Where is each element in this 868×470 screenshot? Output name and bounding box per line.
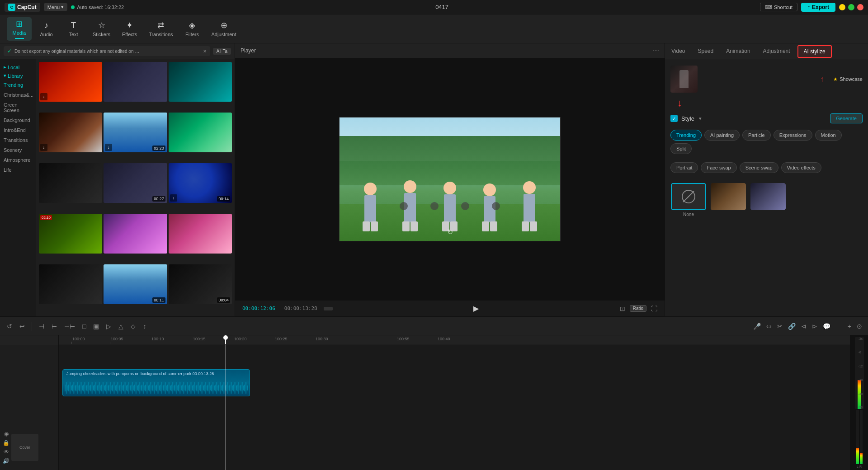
tl-split-start[interactable]: ⊣ (37, 321, 47, 331)
tl-speech-icon[interactable]: 💬 (821, 321, 832, 331)
media-thumb-3[interactable] (169, 62, 232, 102)
cat-trending[interactable]: Trending (670, 130, 702, 141)
cat-scene-swap[interactable]: Scene swap (740, 162, 778, 173)
download-icon-9[interactable]: ↓ (170, 194, 177, 202)
media-thumb-15[interactable]: 00:04 (169, 264, 232, 304)
fullscreen-icon[interactable]: ⛶ (651, 305, 657, 312)
toolbar-stickers[interactable]: ☆ Stickers (88, 19, 115, 39)
library-nav-header[interactable]: ▾ Library (0, 71, 36, 80)
cat-expressions[interactable]: Expressions (774, 130, 812, 141)
menu-button[interactable]: Menu ▾ (44, 3, 68, 11)
download-icon-5[interactable]: ↓ (105, 144, 112, 151)
media-thumb-1[interactable]: ↓ (39, 62, 102, 102)
video-clip[interactable]: Jumping cheerleaders with pompoms on bac… (62, 369, 250, 396)
export-button[interactable]: ↑ Export (801, 3, 835, 12)
toolbar-audio[interactable]: ♪ Audio (34, 19, 59, 39)
cat-split[interactable]: Split (670, 143, 692, 154)
cat-motion[interactable]: Motion (815, 130, 842, 141)
tab-video[interactable]: Video (665, 43, 691, 60)
tl-transform[interactable]: ↕ (141, 321, 148, 331)
style-dropdown-icon[interactable]: ▾ (699, 116, 702, 122)
media-thumb-8[interactable]: 00:27 (104, 163, 167, 203)
showcase-label[interactable]: ★ Showcase (833, 76, 863, 82)
download-icon-4[interactable]: ↓ (40, 144, 47, 151)
tl-mask[interactable]: ◇ (128, 321, 138, 331)
download-icon-1[interactable]: ↓ (40, 93, 47, 100)
nav-trending[interactable]: Trending (0, 80, 36, 90)
nav-life[interactable]: Life (0, 165, 36, 175)
toolbar-text[interactable]: T Text (61, 19, 86, 39)
media-thumb-5[interactable]: 02:20↓ (104, 113, 167, 152)
cat-ai-painting[interactable]: AI painting (704, 130, 740, 141)
track-lock-icon[interactable]: 🔒 (3, 440, 9, 446)
cat-face-swap[interactable]: Face swap (701, 162, 736, 173)
media-thumb-4[interactable]: ↓ (39, 113, 102, 152)
nav-christmas[interactable]: Christmas&... (0, 90, 36, 100)
toolbar-transitions[interactable]: ⇄ Transitions (144, 19, 177, 39)
cat-video-effects[interactable]: Video effects (781, 162, 821, 173)
generate-button[interactable]: Generate (830, 113, 863, 123)
style-thumb-none[interactable]: None (670, 183, 707, 217)
tl-mic-icon[interactable]: 🎤 (752, 321, 762, 331)
tab-animation[interactable]: Animation (720, 43, 756, 60)
media-thumb-14[interactable]: 00:11 (104, 264, 167, 304)
media-thumb-12[interactable] (169, 214, 232, 254)
track-visibility-icon[interactable]: ◉ (4, 431, 9, 437)
toolbar-adjustment[interactable]: ⊕ Adjustment (207, 19, 241, 39)
track-audio-icon[interactable]: 🔊 (3, 458, 9, 464)
tl-crop-2[interactable]: ▣ (91, 321, 101, 331)
media-thumb-7[interactable] (39, 163, 102, 203)
nav-green-screen[interactable]: Green Screen (0, 100, 36, 115)
media-thumb-6[interactable] (169, 113, 232, 152)
style-checkbox[interactable]: ✓ (670, 115, 678, 122)
tl-arrows-icon[interactable]: ⇔ (765, 321, 773, 331)
rotation-icon[interactable]: ↻ (447, 228, 453, 236)
local-nav-header[interactable]: ▸ Local (0, 63, 36, 71)
logo[interactable]: C CapCut (5, 3, 40, 12)
tl-split[interactable]: ⊢ (49, 321, 59, 331)
nav-scenery[interactable]: Scenery (0, 145, 36, 155)
ratio-button[interactable]: Ratio (630, 305, 646, 312)
tab-speed[interactable]: Speed (691, 43, 720, 60)
nav-transitions[interactable]: Transitions (0, 135, 36, 145)
all-tag[interactable]: All Ta (213, 48, 231, 55)
toolbar-effects[interactable]: ✦ Effects (117, 19, 142, 39)
tl-prev-frame[interactable]: ⊲ (800, 321, 808, 331)
nav-background[interactable]: Background (0, 115, 36, 125)
media-thumb-10[interactable]: 02:10 (39, 214, 102, 254)
tl-zoom-out[interactable]: — (835, 321, 844, 331)
tl-crop[interactable]: □ (80, 321, 88, 331)
tl-play-clip[interactable]: ▷ (104, 321, 113, 331)
nav-intro-end[interactable]: Intro&End (0, 125, 36, 135)
nav-atmosphere[interactable]: Atmosphere (0, 155, 36, 165)
tab-ai-stylize[interactable]: AI stylize (797, 45, 832, 58)
tl-color[interactable]: △ (116, 321, 126, 331)
media-thumb-2[interactable] (104, 62, 167, 102)
tl-cut-icon[interactable]: ✂ (776, 321, 784, 331)
tl-undo[interactable]: ↩ (17, 321, 27, 331)
close-button[interactable] (857, 4, 863, 10)
cat-portrait[interactable]: Portrait (670, 162, 698, 173)
style-thumb-2[interactable] (710, 183, 746, 217)
tab-adjustment[interactable]: Adjustment (757, 43, 797, 60)
tl-settings[interactable]: ⊙ (855, 321, 863, 331)
tl-link-icon[interactable]: 🔗 (787, 321, 797, 331)
toolbar-filters[interactable]: ◈ Filters (180, 19, 205, 39)
cat-particle[interactable]: Particle (742, 130, 771, 141)
maximize-button[interactable] (848, 4, 854, 10)
shortcut-button[interactable]: ⌨ Shortcut (760, 3, 797, 11)
minimize-button[interactable] (839, 4, 845, 10)
play-button[interactable]: ▶ (470, 304, 482, 313)
tl-zoom-in[interactable]: + (846, 321, 853, 331)
track-eye-icon[interactable]: 👁 (4, 449, 9, 455)
notice-close-button[interactable]: ✕ (203, 49, 207, 54)
media-thumb-9[interactable]: 00:14↓ (169, 163, 232, 203)
tl-undo-select[interactable]: ↺ (5, 321, 14, 331)
media-thumb-11[interactable] (104, 214, 167, 254)
media-thumb-13[interactable] (39, 264, 102, 304)
style-thumb-3[interactable] (750, 183, 786, 217)
toolbar-media[interactable]: ⊞ Media (7, 17, 32, 41)
tl-split-end[interactable]: ⊣⊢ (62, 321, 77, 331)
player-menu-icon[interactable]: ⋯ (653, 47, 659, 54)
tl-next-frame[interactable]: ⊳ (811, 321, 819, 331)
